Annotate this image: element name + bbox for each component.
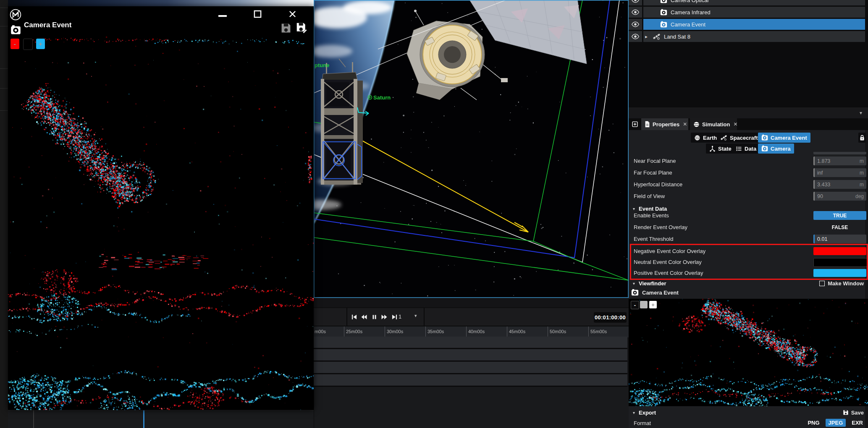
tree-row-land-sat-8[interactable]: ▸ Land Sat 8 <box>643 31 865 42</box>
visibility-eye-icon[interactable] <box>629 19 642 30</box>
sim-time-display: 00:01:00:00 <box>594 312 627 323</box>
playback-speed[interactable]: 1 <box>399 313 401 320</box>
viewfinder-camera-row: Camera Event <box>631 289 679 296</box>
enable-events-toggle[interactable]: TRUE <box>813 211 866 220</box>
event-image-canvas <box>8 36 314 410</box>
camera-icon <box>660 0 667 4</box>
format-jpeg-button[interactable]: JPEG <box>826 419 846 427</box>
minimize-button[interactable] <box>218 11 227 21</box>
timeline-panel: 1 ▾ 00:01:00:00 m00s 25m00s 30m00s 35m00… <box>314 298 629 428</box>
close-tab-icon[interactable]: ✕ <box>733 121 737 127</box>
cubesat-model <box>321 59 363 185</box>
app-root: ptune Saturn 1 ▾ 00:01:00:00 <box>0 0 868 428</box>
camera-icon <box>660 21 667 28</box>
export-save-button[interactable]: Save <box>843 410 864 416</box>
prop-label: Format <box>634 420 651 426</box>
save-edit-icon-button[interactable] <box>295 21 308 34</box>
maximize-button[interactable] <box>253 9 262 18</box>
far-focal-plane-input: infm <box>813 168 866 177</box>
viewfinder-neutral-button[interactable] <box>640 301 648 308</box>
camera-icon <box>761 134 768 141</box>
tab-properties[interactable]: Properties ✕ <box>641 118 688 130</box>
subtab-camera[interactable]: Camera <box>758 144 794 154</box>
panel-dropdown[interactable]: ▾ <box>629 107 868 119</box>
neutral-color-swatch[interactable] <box>813 258 867 267</box>
section-viewfinder[interactable]: ▾ Viewfinder Make Window <box>629 279 868 288</box>
viewfinder-positive-button[interactable]: + <box>649 301 657 308</box>
format-exr-button[interactable]: EXR <box>852 420 863 426</box>
viewport-3d[interactable]: ptune Saturn <box>314 0 629 298</box>
subtab-state[interactable]: State <box>706 144 735 154</box>
breadcrumb-spacecraft[interactable]: Spacecraft <box>717 133 761 143</box>
left-rail <box>0 0 8 428</box>
add-tab-button[interactable] <box>630 119 640 129</box>
positive-color-swatch[interactable] <box>813 269 866 277</box>
close-tab-icon[interactable]: ✕ <box>683 121 687 127</box>
ruler-tick: m00s <box>315 329 326 334</box>
breadcrumb-camera-event[interactable]: Camera Event <box>758 133 810 143</box>
visibility-eye-icon[interactable] <box>629 7 642 18</box>
underlying-timeline-strip <box>8 410 314 428</box>
state-axis-icon <box>709 146 716 152</box>
visibility-eye-icon[interactable] <box>629 31 642 42</box>
scene-tree: Camera Optical Camera Infrared Camera Ev… <box>629 0 868 107</box>
properties-content: Earth Spacecraft Camera Event State Data <box>629 130 868 428</box>
section-export[interactable]: ▾ Export Save <box>629 408 868 417</box>
camera-icon <box>761 145 768 152</box>
tab-simulation[interactable]: Simulation ✕ <box>690 118 737 130</box>
playback-bar: 1 ▾ 00:01:00:00 <box>314 308 629 326</box>
rewind-button[interactable] <box>360 313 368 321</box>
prop-label: Far Focal Plane <box>634 170 672 176</box>
ruler-tick: 35m00s <box>427 329 444 334</box>
skip-end-button[interactable] <box>390 313 399 321</box>
tree-row-camera-event[interactable]: Camera Event <box>643 19 865 30</box>
prop-label: Enable Events <box>634 212 669 219</box>
viewfinder-canvas <box>629 299 868 406</box>
chevron-down-icon: ▾ <box>860 110 862 116</box>
camera-icon <box>10 25 21 35</box>
breadcrumb-earth[interactable]: Earth <box>691 133 720 143</box>
save-icon-button[interactable] <box>281 23 291 34</box>
prop-label: Hyperfocal Distance <box>634 181 682 188</box>
satellite-icon <box>720 134 727 141</box>
skip-start-button[interactable] <box>350 313 358 321</box>
negative-color-swatch[interactable] <box>813 247 866 255</box>
prop-label: Field of View <box>634 193 665 199</box>
tree-row-camera-optical[interactable]: Camera Optical <box>643 0 865 5</box>
positive-color-button[interactable]: + <box>36 39 45 49</box>
panel-tabbar: Properties ✕ Simulation ✕ <box>629 118 868 130</box>
render-event-overlay-toggle[interactable]: FALSE <box>813 223 866 232</box>
visibility-eye-icon[interactable] <box>629 0 642 5</box>
prop-label: Event Threshold <box>634 236 673 242</box>
window-title: Camera Event <box>24 21 71 29</box>
timeline-marker-line <box>33 410 34 428</box>
tree-row-camera-infrared[interactable]: Camera Infrared <box>643 7 865 18</box>
viewfinder-negative-button[interactable]: - <box>631 301 639 309</box>
save-icon <box>843 410 849 415</box>
ruler-tick: 50m00s <box>550 329 566 334</box>
expand-caret-icon[interactable]: ▸ <box>643 34 649 39</box>
pause-button[interactable] <box>370 313 378 321</box>
ruler-tick: 45m00s <box>509 329 525 334</box>
close-button[interactable] <box>288 9 297 18</box>
ruler-tick: 25m00s <box>346 329 362 334</box>
prop-label: Near Focal Plane <box>634 158 676 164</box>
format-png-button[interactable]: PNG <box>808 420 819 426</box>
fast-forward-button[interactable] <box>380 313 388 321</box>
negative-color-button[interactable]: - <box>10 39 19 49</box>
speed-dropdown-icon[interactable]: ▾ <box>414 313 417 318</box>
neutral-color-button[interactable] <box>23 39 33 50</box>
collapse-caret-icon: ▾ <box>633 281 635 286</box>
make-window-button[interactable]: Make Window <box>819 280 864 287</box>
viewfinder-preview: - + <box>629 299 868 406</box>
hyperfocal-distance-input: 3.433m <box>813 180 866 189</box>
timeline-tracks[interactable] <box>314 337 627 387</box>
app-logo-icon <box>9 8 22 21</box>
timeline-ruler[interactable]: m00s 25m00s 30m00s 35m00s 40m00s 45m00s … <box>314 326 629 337</box>
prop-label: Neutral Event Color Overlay <box>634 259 702 265</box>
event-threshold-input[interactable]: 0.01 <box>813 235 866 243</box>
lock-icon[interactable] <box>858 133 866 143</box>
prop-label: Negative Event Color Overlay <box>634 248 705 254</box>
globe-icon <box>694 135 700 141</box>
subtab-data[interactable]: Data <box>732 144 760 154</box>
